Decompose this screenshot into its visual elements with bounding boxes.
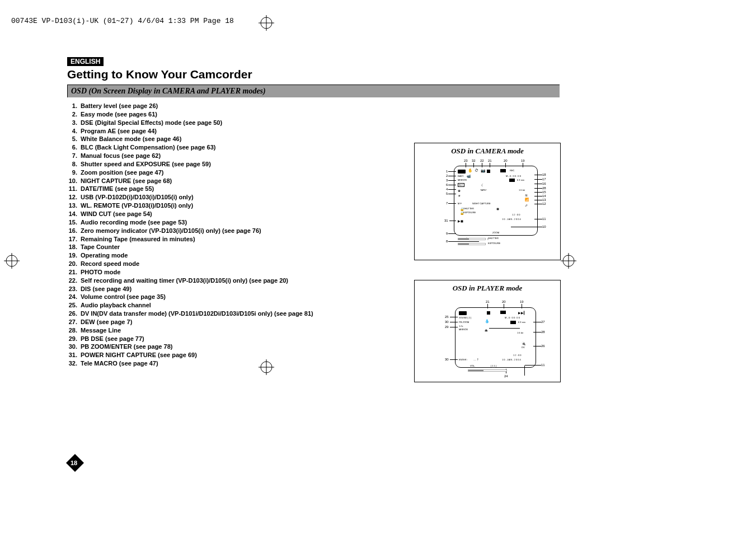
battery-icon <box>459 311 467 315</box>
callout-num: 23 <box>464 159 468 163</box>
list-num: 6. <box>67 143 81 152</box>
date-label: 1 0 . J A N . 2 0 0 4 <box>502 218 521 221</box>
list-num: 7. <box>67 152 81 160</box>
list-text: PB DSE (see page 77) <box>81 335 144 343</box>
list-text: PHOTO mode <box>81 268 120 277</box>
timer-icon: ⏱ <box>475 168 478 172</box>
list-num: 23. <box>67 285 81 293</box>
dew-icon: 💧 <box>485 319 490 324</box>
time-label: 1 2 : 0 0 <box>512 213 520 216</box>
list-item: 4.Program AE (see page 44) <box>67 127 560 135</box>
callout-num: 3 <box>446 179 448 182</box>
sixteen-label: 1 6 bit <box>517 331 523 334</box>
callout-num: 1 <box>446 170 448 174</box>
list-text: Shutter speed and EXPOSURE (see page 59) <box>81 160 211 168</box>
list-text: POWER NIGHT CAPTURE (see page 69) <box>81 351 197 359</box>
list-num: 13. <box>67 202 81 210</box>
list-text: WL. REMOTE (VP-D103(i)/D105(i) only) <box>81 202 193 210</box>
photo-icon: 📷 <box>481 168 486 173</box>
source-path: 00743E VP-D103(i)-UK (01~27) 4/6/04 1:33… <box>11 17 234 25</box>
sp-icon <box>500 311 506 314</box>
play-icon: ▶▶▎ <box>518 311 527 315</box>
callout-num: 22 <box>480 159 484 163</box>
osd-screen: ▶▶▎ SOUND [ 2 ] M - 0 : 0 0 : 0 0 PB ZOO… <box>455 307 536 368</box>
list-text: Record speed mode <box>81 260 139 268</box>
list-num: 32. <box>67 359 81 368</box>
callout-num: 14 <box>542 194 546 198</box>
list-item: 3.DSE (Digital Special Effects) mode (se… <box>67 119 560 127</box>
shutter-slider <box>458 238 486 240</box>
zoom-label: ZOOM <box>492 231 499 234</box>
list-text: Tele MACRO (see page 47) <box>81 359 158 368</box>
list-item: 5.White Balance mode (see page 46) <box>67 135 560 143</box>
list-text: Audio recording mode (see page 53) <box>81 218 187 227</box>
list-num: 14. <box>67 210 81 218</box>
crop-mark-top <box>257 14 275 32</box>
list-num: 10. <box>67 177 81 185</box>
shutter2-label: SHUTTER <box>488 237 499 240</box>
callout-num: 28 <box>542 186 546 190</box>
list-item: 21.PHOTO mode <box>67 268 560 277</box>
callout-num: 25 <box>445 315 449 319</box>
osd-player-title: OSD in PLAYER mode <box>415 280 560 293</box>
tape-label: TAPE ! <box>480 189 487 191</box>
callout-num: 11 <box>541 363 545 367</box>
pbzoom-label: PB ZOOM <box>459 321 469 324</box>
list-num: 20. <box>67 260 81 268</box>
list-num: 12. <box>67 193 81 202</box>
shutter-label: SHUTTER <box>463 207 474 210</box>
time-label: 1 2 : 0 0 <box>513 354 521 357</box>
tape-icon <box>509 179 515 182</box>
callout-num: 21 <box>488 159 492 163</box>
callout-num: 19 <box>521 159 525 163</box>
callout-num: 13 <box>542 198 546 202</box>
counter-label: M - 0 : 0 0 : 0 0 <box>505 316 520 319</box>
mirror-label: MIRROR <box>459 328 468 331</box>
list-text: Self recording and waiting timer (VP-D10… <box>81 277 288 285</box>
callout-num: 11 <box>542 217 546 221</box>
list-item: 2.Easy mode (see pages 61) <box>67 110 560 119</box>
list-text: Battery level (see page 26) <box>81 102 158 110</box>
macro-icon: ❀ <box>458 189 461 193</box>
list-text: PB ZOOM/ENTER (see page 78) <box>81 343 172 351</box>
list-num: 17. <box>67 235 81 243</box>
list-num: 29. <box>67 335 81 343</box>
crop-mark-left <box>3 252 21 270</box>
callout-num: 5 <box>446 192 448 196</box>
rec-label: REC <box>510 169 514 172</box>
wb-icon: ☀ <box>458 194 461 198</box>
list-num: 26. <box>67 310 81 318</box>
callout-num: 31 <box>444 219 448 223</box>
callout-num: 24 <box>504 374 508 378</box>
list-text: DIS (see page 49) <box>81 285 132 293</box>
page-title: Getting to Know Your Camcorder <box>67 68 560 81</box>
list-text: WIND CUT (see page 54) <box>81 210 152 218</box>
callout-num: 30 <box>445 358 449 362</box>
callout-num: 30 <box>445 320 449 324</box>
callout-num: 26 <box>541 344 545 348</box>
sixteen-label: 1 6 bit <box>519 189 525 191</box>
zoom-slider: W T <box>458 232 489 242</box>
battery-icon <box>458 170 466 174</box>
list-text: Zoom position (see page 47) <box>81 168 164 177</box>
list-text: Manual focus (see page 62) <box>81 152 161 160</box>
list-num: 27. <box>67 318 81 326</box>
callout-num: 20 <box>504 159 508 163</box>
list-text: Audio playback channel <box>81 301 151 310</box>
stop-icon <box>487 170 490 173</box>
moon-icon: ☾ <box>481 183 484 187</box>
callout-num: 16 <box>542 182 546 186</box>
stop-icon <box>487 311 490 315</box>
list-text: NIGHT CAPTURE (see page 68) <box>81 177 172 185</box>
page-number: 18 <box>71 460 77 466</box>
list-num: 9. <box>67 168 81 177</box>
remote-icon: 📶 <box>525 198 529 202</box>
list-num: 1. <box>67 102 81 110</box>
list-text: DSE (Digital Special Effects) mode (see … <box>81 119 222 127</box>
list-text: White Balance mode (see page 46) <box>81 135 181 143</box>
list-num: 11. <box>67 185 81 193</box>
callout-num: 12 <box>542 202 546 206</box>
list-num: 22. <box>67 277 81 285</box>
list-num: 8. <box>67 160 81 168</box>
list-num: 21. <box>67 268 81 277</box>
